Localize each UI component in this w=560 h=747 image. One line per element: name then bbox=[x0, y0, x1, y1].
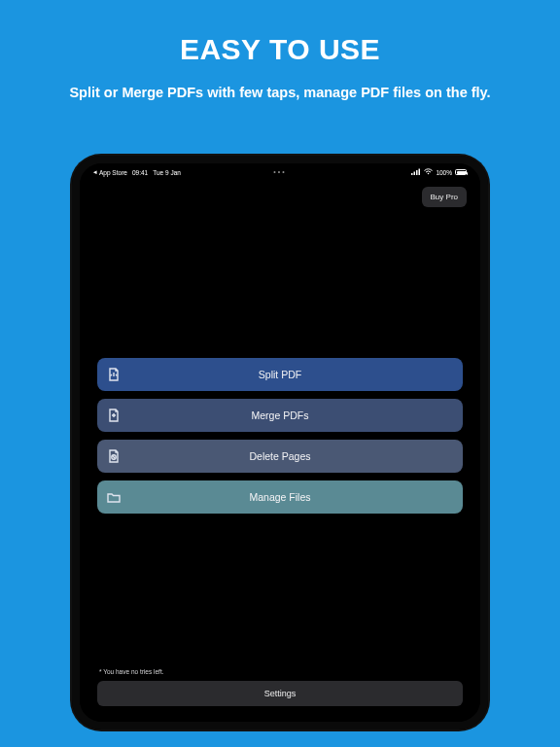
battery-icon bbox=[455, 169, 467, 175]
promo-subhead: Split or Merge PDFs with few taps, manag… bbox=[0, 84, 560, 103]
chevron-left-icon: ◂ bbox=[93, 168, 97, 176]
svg-rect-2 bbox=[416, 170, 418, 175]
svg-point-4 bbox=[428, 173, 430, 175]
settings-button[interactable]: Settings bbox=[97, 681, 463, 706]
wifi-icon bbox=[424, 168, 433, 176]
multitask-dots[interactable]: ••• bbox=[273, 168, 286, 175]
buy-pro-button[interactable]: Buy Pro bbox=[422, 187, 467, 207]
delete-pages-label: Delete Pages bbox=[97, 450, 463, 462]
merge-file-icon bbox=[106, 408, 122, 423]
split-pdf-label: Split PDF bbox=[97, 369, 463, 380]
split-file-icon bbox=[106, 367, 122, 382]
svg-rect-0 bbox=[411, 173, 413, 175]
split-pdf-button[interactable]: Split PDF bbox=[97, 358, 463, 391]
status-bar: ◂ App Store 09:41 Tue 9 Jan ••• 100% bbox=[80, 163, 480, 177]
battery-percent: 100% bbox=[436, 169, 452, 176]
screen: ◂ App Store 09:41 Tue 9 Jan ••• 100% Buy… bbox=[80, 163, 480, 722]
status-date: Tue 9 Jan bbox=[153, 169, 181, 176]
manage-files-button[interactable]: Manage Files bbox=[97, 480, 463, 514]
merge-pdfs-label: Merge PDFs bbox=[97, 409, 463, 421]
delete-page-icon bbox=[106, 448, 122, 464]
main-actions: Split PDF Merge PDFs Delete Pages Manage… bbox=[97, 358, 463, 514]
signal-icon bbox=[411, 168, 421, 176]
back-to-appstore[interactable]: ◂ App Store bbox=[93, 168, 127, 176]
folder-icon bbox=[106, 489, 122, 505]
promo-headline: EASY TO USE bbox=[0, 33, 560, 66]
device-frame: ◂ App Store 09:41 Tue 9 Jan ••• 100% Buy… bbox=[72, 156, 488, 729]
back-label: App Store bbox=[99, 169, 127, 176]
manage-files-label: Manage Files bbox=[97, 491, 463, 503]
status-time: 09:41 bbox=[132, 169, 148, 176]
merge-pdfs-button[interactable]: Merge PDFs bbox=[97, 399, 463, 432]
svg-rect-1 bbox=[414, 172, 416, 176]
delete-pages-button[interactable]: Delete Pages bbox=[97, 440, 463, 473]
svg-rect-3 bbox=[419, 169, 421, 176]
tries-left-note: * You have no tries left. bbox=[99, 668, 164, 675]
